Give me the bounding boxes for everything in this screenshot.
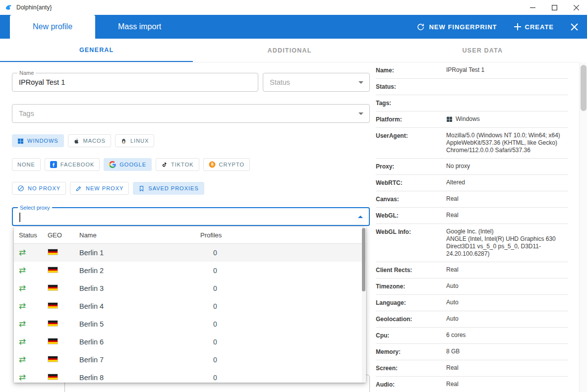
platform-google-button[interactable]: GOOGLE: [104, 158, 152, 171]
summary-label: Client Rects:: [376, 266, 446, 274]
proxy-name: Berlin 2: [79, 267, 200, 275]
germany-flag-icon: [48, 267, 58, 273]
new-proxy-button[interactable]: NEW PROXY: [70, 182, 129, 195]
os-macos-button[interactable]: MACOS: [68, 134, 111, 147]
proxy-profiles-count: 0: [200, 320, 366, 328]
germany-flag-icon: [48, 284, 58, 291]
os-macos-label: MACOS: [83, 138, 106, 144]
tags-select[interactable]: Tags: [12, 104, 370, 123]
profile-form: Name IPRoyal Test 1 Status Tags WINDOW: [0, 62, 372, 392]
summary-value: Altered: [446, 179, 465, 186]
name-input[interactable]: Name IPRoyal Test 1: [12, 73, 258, 92]
summary-label: Audio:: [376, 381, 446, 389]
germany-flag-icon: [48, 356, 58, 362]
os-windows-label: WINDOWS: [27, 138, 59, 144]
proxy-row[interactable]: ⇄ Berlin 2 0: [14, 262, 366, 280]
germany-flag-icon: [48, 302, 58, 309]
tab-general[interactable]: GENERAL: [0, 39, 193, 62]
platform-crypto-button[interactable]: CRYPTO: [203, 158, 250, 171]
summary-value: Mozilla/5.0 (Windows NT 10.0; Win64; x64…: [446, 132, 568, 154]
proxy-table-header: Status GEO Name Profiles: [14, 227, 366, 244]
platform-google-label: GOOGLE: [119, 162, 146, 168]
status-placeholder: Status: [263, 73, 369, 91]
proxy-profiles-count: 0: [200, 267, 366, 275]
summary-value: Auto: [446, 299, 459, 306]
platform-crypto-label: CRYPTO: [219, 162, 244, 168]
summary-label: Timezone:: [376, 282, 446, 290]
summary-label: Geolocation:: [376, 315, 446, 323]
proxy-status-icon: ⇄: [19, 266, 26, 275]
summary-row: WebGL Info: Google Inc. (Intel) ANGLE (I…: [376, 224, 568, 262]
proxy-name: Berlin 1: [79, 249, 200, 257]
tab-user-data[interactable]: USER DATA: [386, 39, 579, 62]
close-dialog-button[interactable]: [571, 23, 578, 31]
status-select[interactable]: Status: [263, 73, 370, 92]
proxy-mode-selector: NO PROXY NEW PROXY SAVED PROXIES: [12, 182, 204, 195]
germany-flag-icon: [48, 320, 58, 327]
proxy-row[interactable]: ⇄ Berlin 1 0: [14, 244, 366, 262]
summary-label: Canvas:: [376, 195, 446, 203]
close-window-button[interactable]: [565, 0, 587, 15]
tiktok-icon: [161, 162, 168, 168]
summary-row: Screen: Real: [376, 360, 568, 377]
proxy-status-icon: ⇄: [19, 373, 26, 382]
os-windows-button[interactable]: WINDOWS: [12, 134, 64, 147]
platform-facebook-button[interactable]: FACEBOOK: [45, 158, 100, 171]
proxy-row[interactable]: ⇄ Berlin 3 0: [14, 280, 366, 297]
proxy-profiles-count: 0: [200, 374, 366, 382]
proxy-row[interactable]: ⇄ Berlin 7 0: [14, 351, 366, 369]
new-fingerprint-button[interactable]: NEW FINGERPRINT: [416, 23, 497, 31]
saved-proxies-button[interactable]: SAVED PROXIES: [133, 182, 204, 195]
new-proxy-label: NEW PROXY: [86, 185, 123, 191]
summary-row: Canvas: Real: [376, 191, 568, 208]
platform-tiktok-button[interactable]: TIKTOK: [156, 158, 199, 171]
proxy-row[interactable]: ⇄ Berlin 5 0: [14, 315, 366, 333]
summary-row: WebRTC: Altered: [376, 175, 568, 191]
summary-label: Cpu:: [376, 332, 446, 339]
summary-label: WebGL:: [376, 212, 446, 220]
dropdown-scrollbar[interactable]: [362, 227, 365, 383]
proxy-profiles-count: 0: [200, 249, 366, 257]
summary-row: Audio: Real: [376, 377, 568, 392]
summary-row: Name: IPRoyal Test 1: [376, 62, 568, 79]
summary-row: Platform: Windows: [376, 112, 568, 128]
window-scrollbar[interactable]: [579, 62, 587, 392]
summary-value: Real: [446, 381, 459, 388]
create-button[interactable]: CREATE: [514, 23, 554, 31]
platform-none-label: NONE: [17, 162, 35, 168]
proxy-profiles-count: 0: [200, 302, 366, 310]
maximize-button[interactable]: [543, 0, 565, 15]
text-cursor: [19, 213, 20, 222]
select-proxy-input[interactable]: Select proxy: [12, 207, 370, 226]
linux-icon: [120, 138, 127, 144]
summary-value: Real: [446, 212, 459, 219]
minimize-button[interactable]: [522, 0, 543, 15]
dialog-content: Name IPRoyal Test 1 Status Tags WINDOW: [0, 62, 579, 392]
tab-mass-import[interactable]: Mass import: [95, 15, 184, 39]
os-linux-button[interactable]: LINUX: [115, 134, 154, 147]
proxy-row[interactable]: ⇄ Berlin 6 0: [14, 333, 366, 351]
summary-label: Tags:: [376, 99, 446, 107]
windows-icon: [17, 138, 24, 144]
proxy-row[interactable]: ⇄ Berlin 8 0: [14, 369, 366, 383]
proxy-name: Berlin 7: [79, 356, 200, 364]
column-header-geo: GEO: [48, 231, 79, 239]
column-header-name: Name: [79, 231, 200, 239]
summary-row: Language: Auto: [376, 295, 568, 311]
summary-row: Client Rects: Real: [376, 262, 568, 279]
dolphin-app-icon: [4, 3, 12, 11]
tab-additional[interactable]: ADDITIONAL: [193, 39, 386, 62]
maximize-icon: [552, 5, 557, 10]
platform-facebook-label: FACEBOOK: [60, 162, 95, 168]
platform-none-button[interactable]: NONE: [12, 158, 41, 171]
window-scrollbar-thumb[interactable]: [581, 65, 587, 111]
tab-new-profile[interactable]: New profile: [10, 15, 95, 39]
proxy-row[interactable]: ⇄ Berlin 4 0: [14, 297, 366, 315]
no-proxy-button[interactable]: NO PROXY: [12, 182, 66, 195]
dropdown-scrollbar-thumb[interactable]: [362, 228, 365, 291]
refresh-icon: [416, 23, 425, 31]
summary-label: Screen:: [376, 364, 446, 372]
google-icon: [109, 161, 116, 168]
platform-tiktok-label: TIKTOK: [171, 162, 194, 168]
apple-icon: [73, 138, 80, 144]
